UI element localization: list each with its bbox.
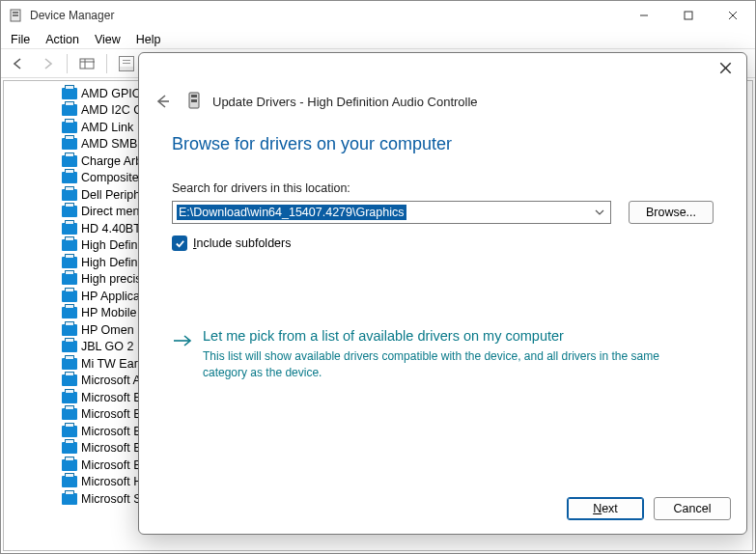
device-folder-icon — [62, 392, 77, 403]
svg-rect-2 — [13, 14, 18, 16]
device-folder-icon — [62, 122, 77, 133]
arrow-right-icon — [172, 330, 193, 351]
tree-item-label: Mi TW Earp — [81, 357, 145, 371]
device-folder-icon — [62, 341, 77, 352]
update-drivers-dialog: Update Drivers - High Definition Audio C… — [138, 52, 747, 535]
menu-bar: File Action View Help — [1, 30, 755, 49]
cancel-button-label: Cancel — [674, 502, 712, 515]
back-arrow-icon[interactable] — [149, 88, 176, 115]
tree-item-label: AMD GPIO — [81, 87, 142, 100]
device-folder-icon — [62, 408, 77, 420]
device-folder-icon — [62, 324, 77, 336]
dialog-title: Update Drivers - High Definition Audio C… — [212, 95, 478, 109]
next-button[interactable]: Next — [567, 497, 644, 520]
tree-item-label: Microsoft B — [81, 407, 142, 421]
svg-rect-7 — [80, 59, 94, 69]
device-folder-icon — [62, 273, 77, 285]
device-folder-icon — [62, 88, 77, 99]
tree-item-label: Microsoft A — [81, 374, 141, 387]
close-icon[interactable] — [712, 54, 739, 81]
dialog-header: Update Drivers - High Definition Audio C… — [139, 82, 746, 128]
let-me-pick-description: This list will show available drivers co… — [203, 348, 686, 379]
tree-item-label: Composite — [81, 171, 139, 184]
include-subfolders-checkbox[interactable] — [172, 235, 187, 251]
menu-view[interactable]: View — [95, 33, 121, 46]
tree-item-label: Microsoft B — [81, 391, 142, 404]
maximize-button[interactable] — [666, 1, 711, 30]
svg-rect-4 — [685, 12, 692, 19]
cancel-button[interactable]: Cancel — [654, 497, 731, 520]
device-folder-icon — [62, 257, 77, 268]
device-folder-icon — [62, 493, 77, 505]
tree-item-label: AMD Link — [81, 121, 133, 134]
tree-item-label: High Defin — [81, 238, 137, 252]
device-folder-icon — [62, 476, 77, 487]
svg-rect-1 — [13, 12, 18, 14]
window-title: Device Manager — [30, 9, 114, 22]
path-value: E:\Download\win64_15407.4279\Graphics — [177, 205, 406, 220]
chevron-down-icon[interactable] — [591, 204, 608, 221]
app-icon — [9, 8, 24, 23]
tree-item-label: HP Applica — [81, 290, 140, 303]
dialog-heading: Browse for drivers on your computer — [172, 134, 714, 154]
tree-item-label: HP Mobile — [81, 306, 136, 319]
menu-help[interactable]: Help — [136, 33, 161, 46]
device-folder-icon — [62, 138, 77, 150]
tree-item-label: Microsoft B — [81, 441, 142, 455]
tree-item-label: AMD I2C C — [81, 103, 142, 117]
device-folder-icon — [62, 459, 77, 471]
show-hide-tree-button[interactable] — [75, 52, 98, 75]
device-folder-icon — [62, 307, 77, 319]
path-combobox[interactable]: E:\Download\win64_15407.4279\Graphics — [172, 201, 611, 224]
title-bar: Device Manager — [1, 1, 755, 30]
device-folder-icon — [62, 291, 77, 302]
properties-button[interactable] — [115, 52, 138, 75]
device-folder-icon — [62, 206, 77, 217]
tree-item-label: High Defin — [81, 256, 137, 269]
tree-item-label: Dell Periph — [81, 188, 140, 202]
tree-item-label: Direct men — [81, 205, 139, 218]
tree-item-label: Charge Arb — [81, 154, 142, 168]
device-folder-icon — [62, 239, 77, 251]
menu-action[interactable]: Action — [45, 33, 79, 46]
browse-button-label: Browse... — [646, 206, 696, 219]
tree-item-label: JBL GO 2 H — [81, 340, 146, 353]
tree-item-label: HP Omen I — [81, 323, 141, 337]
tree-item-label: HD 4.40BT — [81, 222, 141, 235]
forward-button[interactable] — [36, 52, 59, 75]
device-folder-icon — [62, 223, 77, 235]
device-folder-icon — [62, 189, 77, 201]
browse-button[interactable]: Browse... — [629, 201, 714, 224]
device-folder-icon — [62, 104, 77, 116]
device-folder-icon — [62, 155, 77, 167]
device-folder-icon — [62, 172, 77, 183]
include-subfolders-label: Include subfolders — [193, 236, 291, 250]
menu-file[interactable]: File — [11, 33, 30, 46]
device-folder-icon — [62, 358, 77, 370]
device-folder-icon — [62, 426, 77, 437]
let-me-pick-link[interactable]: Let me pick from a list of available dri… — [203, 328, 686, 345]
search-label: Search for drivers in this location: — [172, 181, 714, 195]
close-button[interactable] — [711, 1, 755, 30]
tree-item-label: Microsoft B — [81, 425, 142, 438]
back-button[interactable] — [7, 52, 30, 75]
svg-rect-14 — [191, 95, 197, 97]
device-icon — [185, 92, 203, 111]
tree-item-label: High precis — [81, 272, 142, 286]
tree-item-label: AMD SMBu — [81, 137, 144, 151]
minimize-button[interactable] — [622, 1, 666, 30]
device-folder-icon — [62, 374, 77, 386]
device-folder-icon — [62, 442, 77, 454]
svg-rect-15 — [191, 99, 197, 102]
tree-item-label: Microsoft B — [81, 458, 142, 472]
next-button-label: Next — [593, 502, 618, 515]
